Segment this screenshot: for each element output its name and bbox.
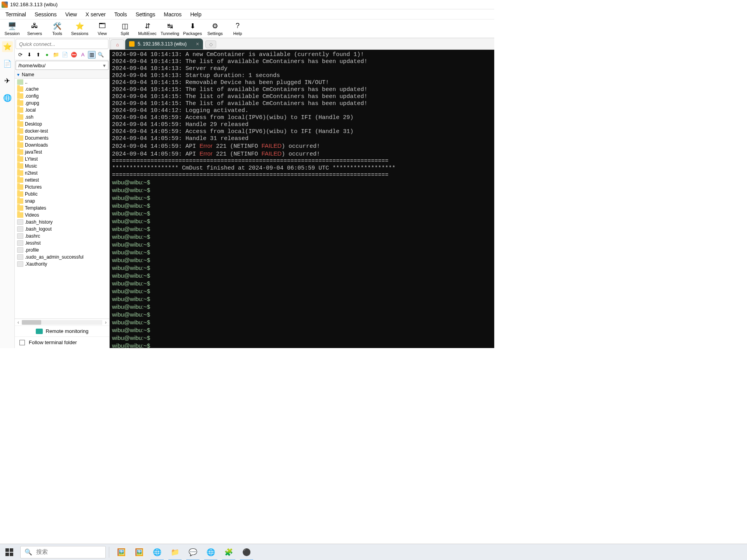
- toolbtn-view[interactable]: 🗔View: [92, 20, 113, 37]
- strip-icon-3[interactable]: 🌐: [2, 93, 13, 103]
- file-name: .Xauthority: [25, 261, 47, 267]
- toolbtn-sessions[interactable]: ⭐Sessions: [69, 20, 90, 37]
- remote-monitoring-row[interactable]: Remote monitoring: [15, 326, 109, 336]
- packages-icon: ⬇: [188, 22, 197, 30]
- file-item[interactable]: .profile: [15, 247, 109, 254]
- follow-terminal-row[interactable]: Follow terminal folder: [15, 336, 109, 348]
- strip-icon-2[interactable]: ✈: [2, 75, 13, 86]
- file-item[interactable]: LYtest: [15, 156, 109, 163]
- folder-icon: [17, 107, 23, 113]
- file-item[interactable]: .ssh: [15, 114, 109, 121]
- folder-icon: [17, 100, 23, 106]
- file-hscrollbar[interactable]: ‹ ›: [15, 318, 109, 326]
- file-list[interactable]: ...cache.config.gnupg.local.sshDesktopdo…: [15, 79, 109, 318]
- session-tab[interactable]: 5. 192.168.3.113 (wibu) ×: [125, 38, 203, 49]
- copy-icon[interactable]: 📄: [61, 51, 69, 59]
- file-item[interactable]: Downloads: [15, 142, 109, 149]
- folder-icon: [17, 128, 23, 134]
- toolbtn-tools[interactable]: 🛠️Tools: [47, 20, 68, 37]
- file-item[interactable]: docker-test: [15, 128, 109, 135]
- menu-macros[interactable]: Macros: [160, 10, 185, 19]
- file-item[interactable]: Music: [15, 163, 109, 170]
- add-tab-button[interactable]: ◇: [205, 40, 216, 48]
- path-bar[interactable]: /home/wibu/ ▾: [16, 61, 108, 70]
- file-item[interactable]: .bash_history: [15, 219, 109, 226]
- file-name: Desktop: [25, 121, 42, 127]
- toolbtn-help[interactable]: ?Help: [227, 20, 248, 37]
- file-item[interactable]: .lesshst: [15, 240, 109, 247]
- file-name: .sudo_as_admin_successful: [25, 254, 84, 260]
- strip-icon-1[interactable]: 📄: [2, 58, 13, 69]
- folder-icon: [17, 156, 23, 162]
- download-icon[interactable]: ⬇: [25, 51, 33, 59]
- scroll-track[interactable]: [22, 320, 102, 325]
- file-item[interactable]: Videos: [15, 212, 109, 219]
- toolbtn-packages[interactable]: ⬇Packages: [182, 20, 203, 37]
- column-name: Name: [22, 72, 34, 77]
- toolbtn-multiexec[interactable]: ⇵MultiExec: [137, 20, 158, 37]
- menu-terminal[interactable]: Terminal: [2, 10, 30, 19]
- menu-view[interactable]: View: [61, 10, 81, 19]
- file-item[interactable]: snap: [15, 198, 109, 205]
- toolbtn-label: Servers: [27, 31, 42, 36]
- folder-icon: [17, 86, 23, 92]
- folder-icon: [17, 121, 23, 127]
- file-item[interactable]: .gnupg: [15, 100, 109, 107]
- file-item[interactable]: ..: [15, 79, 109, 86]
- toggle-view-icon[interactable]: ▥: [88, 51, 96, 59]
- folder-icon: [17, 191, 23, 197]
- file-item[interactable]: Public: [15, 191, 109, 198]
- scroll-left-icon[interactable]: ‹: [15, 320, 22, 325]
- home-tab[interactable]: ⌂: [110, 39, 124, 49]
- file-name: n2test: [25, 170, 38, 176]
- toolbtn-servers[interactable]: 🖧Servers: [24, 20, 45, 37]
- file-icon: [17, 219, 23, 225]
- folder-icon: [17, 93, 23, 99]
- menu-help[interactable]: Help: [186, 10, 205, 19]
- file-item[interactable]: nettest: [15, 177, 109, 184]
- menu-sessions[interactable]: Sessions: [31, 10, 61, 19]
- toolbtn-settings[interactable]: ⚙Settings: [205, 20, 226, 37]
- toolbtn-split[interactable]: ◫Split: [114, 20, 135, 37]
- tab-bar: ⌂ 5. 192.168.3.113 (wibu) × ◇: [110, 38, 494, 50]
- folder-icon: [17, 212, 23, 218]
- file-item[interactable]: .bash_logout: [15, 226, 109, 233]
- file-list-header[interactable]: ▾ Name: [15, 71, 109, 79]
- file-item[interactable]: .Xauthority: [15, 261, 109, 268]
- file-item[interactable]: Desktop: [15, 121, 109, 128]
- scroll-thumb[interactable]: [22, 320, 41, 325]
- file-item[interactable]: javaTest: [15, 149, 109, 156]
- toolbtn-tunneling[interactable]: ↹Tunneling: [159, 20, 180, 37]
- folder-icon: [17, 205, 23, 211]
- file-item[interactable]: .cache: [15, 86, 109, 93]
- sftp-side-panel: ⟳ ⬇ ⬆ ● 📁 📄 ⛔ A ▥ 🔍 /home/wibu/ ▾ ▾ Name…: [15, 38, 110, 348]
- upload-icon[interactable]: ⬆: [34, 51, 42, 59]
- file-item[interactable]: Documents: [15, 135, 109, 142]
- chevron-down-icon[interactable]: ▾: [103, 63, 106, 68]
- file-item[interactable]: .sudo_as_admin_successful: [15, 254, 109, 261]
- menu-settings[interactable]: Settings: [132, 10, 159, 19]
- file-item[interactable]: .config: [15, 93, 109, 100]
- file-item[interactable]: .local: [15, 107, 109, 114]
- file-item[interactable]: Templates: [15, 205, 109, 212]
- quick-connect-input[interactable]: [16, 39, 108, 49]
- file-item[interactable]: Pictures: [15, 184, 109, 191]
- status-green-icon[interactable]: ●: [43, 51, 51, 59]
- file-item[interactable]: n2test: [15, 170, 109, 177]
- terminal-output[interactable]: 2024-09-04 10:14:13: A new CmContainer i…: [110, 50, 494, 348]
- delete-icon[interactable]: ⛔: [70, 51, 78, 59]
- close-icon[interactable]: ×: [196, 41, 199, 47]
- file-item[interactable]: .bashrc: [15, 233, 109, 240]
- toolbtn-session[interactable]: 🖥️Session: [2, 20, 23, 37]
- find-icon[interactable]: 🔍: [97, 51, 105, 59]
- follow-checkbox[interactable]: [19, 340, 25, 345]
- text-a-icon[interactable]: A: [79, 51, 87, 59]
- toolbtn-label: Packages: [183, 31, 202, 36]
- menu-tools[interactable]: Tools: [110, 10, 131, 19]
- monitor-icon: [36, 329, 43, 334]
- scroll-right-icon[interactable]: ›: [102, 320, 109, 325]
- strip-icon-0[interactable]: ⭐: [2, 41, 13, 52]
- new-folder-icon[interactable]: 📁: [52, 51, 60, 59]
- menu-x-server[interactable]: X server: [82, 10, 110, 19]
- refresh-icon[interactable]: ⟳: [16, 51, 24, 59]
